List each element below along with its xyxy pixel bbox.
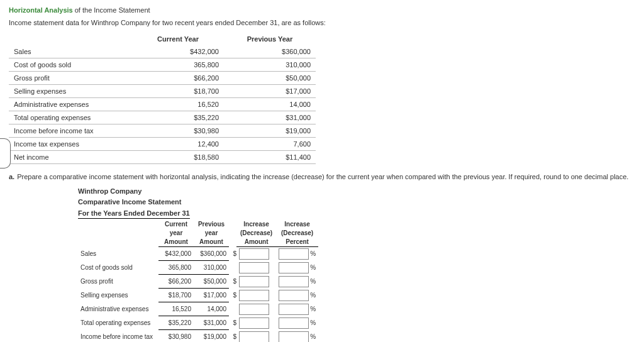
row-label: Gross profit [9, 72, 132, 85]
comp-period: For the Years Ended December 31 [78, 209, 190, 219]
percent-sign: % [310, 306, 316, 312]
comp-statement: Comparative Income Statement [78, 197, 181, 207]
row-previous: $17,000 [194, 289, 229, 302]
row-previous: $17,000 [224, 85, 316, 98]
row-previous: $50,000 [224, 72, 316, 85]
percent-cell: % [276, 275, 318, 289]
row-label: Total operating expenses [9, 111, 132, 124]
percent-sign: % [310, 264, 316, 271]
amount-cell [236, 302, 276, 316]
row-previous: 7,600 [224, 138, 316, 151]
row-previous: $360,000 [194, 246, 229, 261]
increase-percent-input[interactable] [279, 290, 309, 301]
row-label: Selling expenses [78, 289, 158, 302]
percent-sign: % [310, 333, 316, 340]
table-row: Sales$432,000$360,000$% [78, 246, 318, 261]
income-statement-table: Current Year Previous Year Sales$432,000… [9, 33, 316, 164]
row-current: $30,980 [132, 124, 224, 138]
row-current: $35,220 [132, 111, 224, 124]
table-row: Total operating expenses$35,220$31,000 [9, 111, 316, 124]
row-previous: $19,000 [224, 124, 316, 138]
table-row: Selling expenses$18,700$17,000$% [78, 289, 318, 302]
table-row: Income before income tax$30,980$19,000$% [78, 330, 318, 342]
row-label: Net income [9, 151, 132, 164]
table-row: Gross profit$66,200$50,000 [9, 72, 316, 85]
row-label: Income tax expenses [9, 138, 132, 151]
row-previous: $19,000 [194, 330, 229, 342]
increase-amount-input[interactable] [239, 317, 269, 329]
percent-cell: % [276, 261, 318, 275]
row-current: $66,200 [158, 275, 194, 289]
amount-cell [236, 275, 276, 289]
table-row: Administrative expenses16,52014,000 [9, 98, 316, 111]
instruction-text: Prepare a comparative income statement w… [17, 173, 628, 180]
table-row: Gross profit$66,200$50,000$% [78, 275, 318, 289]
dollar-sign [229, 302, 236, 316]
col-current-year: Current Year [132, 33, 224, 45]
page-title: Horizontal Analysis of the Income Statem… [9, 6, 635, 14]
increase-amount-input[interactable] [239, 304, 269, 315]
row-current: $432,000 [158, 246, 194, 261]
row-label: Gross profit [78, 275, 158, 289]
dollar-sign: $ [229, 316, 236, 330]
increase-percent-input[interactable] [279, 304, 309, 315]
percent-cell: % [276, 330, 318, 342]
increase-amount-input[interactable] [239, 276, 269, 287]
col-previous-year: Previous Year [224, 33, 316, 45]
dollar-sign: $ [229, 246, 236, 261]
amount-cell [236, 316, 276, 330]
row-label: Sales [78, 246, 158, 261]
dollar-sign: $ [229, 275, 236, 289]
increase-amount-input[interactable] [239, 248, 269, 260]
table-row: Sales$432,000$360,000 [9, 45, 316, 58]
row-previous: 14,000 [224, 98, 316, 111]
row-label: Income before income tax [78, 330, 158, 342]
table-row: Income before income tax$30,980$19,000 [9, 124, 316, 138]
row-current: $30,980 [158, 330, 194, 342]
table-row: Administrative expenses16,52014,000% [78, 302, 318, 316]
row-label: Administrative expenses [9, 98, 132, 111]
comp-company: Winthrop Company [78, 187, 142, 196]
row-current: $18,580 [132, 151, 224, 164]
increase-amount-input[interactable] [239, 290, 269, 301]
table-row: Selling expenses$18,700$17,000 [9, 85, 316, 98]
percent-sign: % [310, 250, 316, 257]
dollar-sign: $ [229, 289, 236, 302]
row-previous: 310,000 [194, 261, 229, 275]
row-label: Selling expenses [9, 85, 132, 98]
instruction: a.Prepare a comparative income statement… [9, 173, 635, 180]
amount-cell [236, 289, 276, 302]
table-row: Cost of goods sold365,800310,000% [78, 261, 318, 275]
instruction-letter: a. [9, 173, 14, 180]
increase-percent-input[interactable] [279, 317, 309, 329]
row-current: $18,700 [158, 289, 194, 302]
intro-text: Income statement data for Winthrop Compa… [9, 19, 635, 26]
row-previous: $360,000 [224, 45, 316, 58]
percent-cell: % [276, 316, 318, 330]
row-previous: $31,000 [194, 316, 229, 330]
increase-amount-input[interactable] [239, 331, 269, 342]
increase-percent-input[interactable] [279, 331, 309, 342]
row-label: Administrative expenses [78, 302, 158, 316]
percent-cell: % [276, 246, 318, 261]
row-current: 12,400 [132, 138, 224, 151]
increase-percent-input[interactable] [279, 262, 309, 273]
row-label: Cost of goods sold [78, 261, 158, 275]
comparative-table: Current Previous Increase Increase year … [78, 220, 318, 342]
row-current: 16,520 [132, 98, 224, 111]
row-label: Income before income tax [9, 124, 132, 138]
row-previous: $11,400 [224, 151, 316, 164]
increase-percent-input[interactable] [279, 248, 309, 260]
feedback-tab[interactable] [0, 138, 11, 168]
table-row: Cost of goods sold365,800310,000 [9, 58, 316, 72]
row-previous: $50,000 [194, 275, 229, 289]
row-current: $66,200 [132, 72, 224, 85]
increase-amount-input[interactable] [239, 262, 269, 273]
increase-percent-input[interactable] [279, 276, 309, 287]
row-previous: 310,000 [224, 58, 316, 72]
percent-sign: % [310, 319, 316, 326]
row-label: Total operating expenses [78, 316, 158, 330]
dollar-sign [229, 261, 236, 275]
amount-cell [236, 330, 276, 342]
percent-cell: % [276, 289, 318, 302]
